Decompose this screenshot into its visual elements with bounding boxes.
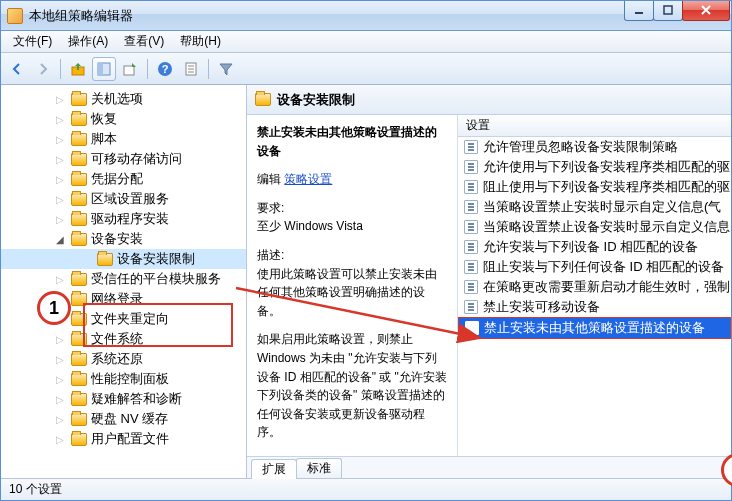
chevron-right-icon[interactable]: ▷ (55, 114, 65, 124)
toolbar: ? (1, 53, 731, 85)
requirements-value: 至少 Windows Vista (257, 217, 447, 236)
tree-item[interactable]: ▷文件夹重定向 (1, 309, 246, 329)
tree-item[interactable]: ▷区域设置服务 (1, 189, 246, 209)
list-row[interactable]: 禁止安装可移动设备 (458, 297, 731, 317)
close-button[interactable] (682, 1, 730, 21)
list-row[interactable]: 当策略设置禁止设备安装时显示自定义信息 (458, 217, 731, 237)
properties-button[interactable] (179, 57, 203, 81)
filter-button[interactable] (214, 57, 238, 81)
tree-item[interactable]: ▷硬盘 NV 缓存 (1, 409, 246, 429)
tree-item[interactable]: ▷关机选项 (1, 89, 246, 109)
chevron-right-icon[interactable]: ▷ (55, 434, 65, 444)
help-button[interactable]: ? (153, 57, 177, 81)
chevron-right-icon[interactable]: ▷ (55, 134, 65, 144)
filter-icon (218, 61, 234, 77)
chevron-right-icon[interactable]: ▷ (55, 374, 65, 384)
folder-icon (71, 93, 87, 106)
policy-list-panel: 设置 允许管理员忽略设备安装限制策略允许使用与下列设备安装程序类相匹配的驱阻止使… (457, 115, 731, 456)
maximize-button[interactable] (653, 1, 683, 21)
tree-item[interactable]: ▷驱动程序安装 (1, 209, 246, 229)
chevron-right-icon[interactable]: ▷ (55, 294, 65, 304)
list-row[interactable]: 阻止使用与下列设备安装程序类相匹配的驱 (458, 177, 731, 197)
folder-icon (71, 213, 87, 226)
show-hide-tree-button[interactable] (92, 57, 116, 81)
detail-panel: 设备安装限制 禁止安装未由其他策略设置描述的设备 编辑 策略设置 要求: 至少 … (247, 85, 731, 478)
svg-text:?: ? (162, 63, 169, 75)
folder-icon (71, 193, 87, 206)
chevron-right-icon[interactable]: ▷ (55, 394, 65, 404)
edit-label: 编辑 (257, 172, 281, 186)
list-row[interactable]: 阻止安装与下列任何设备 ID 相匹配的设备 (458, 257, 731, 277)
chevron-right-icon[interactable]: ▷ (55, 354, 65, 364)
minimize-icon (634, 5, 644, 15)
title-bar: 本地组策略编辑器 (1, 1, 731, 31)
edit-policy-link[interactable]: 策略设置 (284, 172, 332, 186)
chevron-down-icon[interactable]: ◢ (55, 234, 65, 244)
tree-item[interactable]: ▷网络登录 (1, 289, 246, 309)
help-icon: ? (157, 61, 173, 77)
chevron-right-icon[interactable]: ▷ (55, 94, 65, 104)
menu-action[interactable]: 操作(A) (60, 31, 116, 52)
list-body[interactable]: 允许管理员忽略设备安装限制策略允许使用与下列设备安装程序类相匹配的驱阻止使用与下… (458, 137, 731, 456)
tree-item[interactable]: ◢设备安装 (1, 229, 246, 249)
tree-item-label: 硬盘 NV 缓存 (91, 410, 168, 428)
folder-icon (71, 293, 87, 306)
tree-item[interactable]: ▷可移动存储访问 (1, 149, 246, 169)
folder-icon (255, 93, 271, 106)
tab-extended[interactable]: 扩展 (251, 459, 297, 479)
forward-button[interactable] (31, 57, 55, 81)
status-bar: 10 个设置 (1, 478, 731, 500)
chevron-right-icon[interactable]: ▷ (55, 194, 65, 204)
list-row[interactable]: 允许管理员忽略设备安装限制策略 (458, 137, 731, 157)
tree-item[interactable]: ▷凭据分配 (1, 169, 246, 189)
list-row[interactable]: 在策略更改需要重新启动才能生效时，强制 (458, 277, 731, 297)
folder-icon (71, 393, 87, 406)
menu-view[interactable]: 查看(V) (116, 31, 172, 52)
list-row-label: 禁止安装可移动设备 (483, 298, 600, 316)
svg-rect-4 (98, 63, 103, 75)
up-button[interactable] (66, 57, 90, 81)
tree-item[interactable]: ▷性能控制面板 (1, 369, 246, 389)
list-row[interactable]: 允许使用与下列设备安装程序类相匹配的驱 (458, 157, 731, 177)
tree-item[interactable]: ▷恢复 (1, 109, 246, 129)
svg-rect-5 (124, 66, 134, 75)
chevron-right-icon[interactable]: ▷ (55, 334, 65, 344)
tab-standard[interactable]: 标准 (296, 458, 342, 478)
tree: ▷关机选项▷恢复▷脚本▷可移动存储访问▷凭据分配▷区域设置服务▷驱动程序安装◢设… (1, 85, 246, 453)
tree-panel[interactable]: ▷关机选项▷恢复▷脚本▷可移动存储访问▷凭据分配▷区域设置服务▷驱动程序安装◢设… (1, 85, 247, 478)
minimize-button[interactable] (624, 1, 654, 21)
description-panel: 禁止安装未由其他策略设置描述的设备 编辑 策略设置 要求: 至少 Windows… (247, 115, 457, 456)
list-row-label: 允许使用与下列设备安装程序类相匹配的驱 (483, 158, 730, 176)
chevron-right-icon[interactable]: ▷ (55, 414, 65, 424)
tree-item[interactable]: ▷受信任的平台模块服务 (1, 269, 246, 289)
menu-help[interactable]: 帮助(H) (172, 31, 229, 52)
list-row-label: 阻止安装与下列任何设备 ID 相匹配的设备 (483, 258, 724, 276)
tree-item[interactable]: ▷用户配置文件 (1, 429, 246, 449)
chevron-right-icon[interactable]: ▷ (55, 314, 65, 324)
export-button[interactable] (118, 57, 142, 81)
chevron-right-icon[interactable]: ▷ (55, 214, 65, 224)
tree-item-label: 疑难解答和诊断 (91, 390, 182, 408)
menu-file[interactable]: 文件(F) (5, 31, 60, 52)
tree-item[interactable]: ▷系统还原 (1, 349, 246, 369)
list-row[interactable]: 当策略设置禁止安装时显示自定义信息(气 (458, 197, 731, 217)
tree-item[interactable]: ▷文件系统 (1, 329, 246, 349)
policy-icon (464, 260, 478, 274)
list-row[interactable]: 允许安装与下列设备 ID 相匹配的设备 (458, 237, 731, 257)
list-row[interactable]: 禁止安装未由其他策略设置描述的设备 (458, 317, 731, 339)
chevron-right-icon[interactable]: ▷ (55, 154, 65, 164)
back-button[interactable] (5, 57, 29, 81)
chevron-right-icon[interactable]: ▷ (55, 174, 65, 184)
toolbar-separator (208, 59, 209, 79)
chevron-right-icon[interactable]: ▷ (55, 274, 65, 284)
tree-item[interactable]: ▷脚本 (1, 129, 246, 149)
toolbar-separator (147, 59, 148, 79)
svg-rect-1 (664, 6, 672, 14)
description-body-2: 如果启用此策略设置，则禁止 Windows 为未由 "允许安装与下列设备 ID … (257, 330, 447, 442)
chevron-right-icon[interactable] (81, 254, 91, 264)
list-column-header[interactable]: 设置 (458, 115, 731, 137)
tree-item[interactable]: 设备安装限制 (1, 249, 246, 269)
policy-name: 禁止安装未由其他策略设置描述的设备 (257, 123, 447, 160)
tree-item-label: 用户配置文件 (91, 430, 169, 448)
tree-item[interactable]: ▷疑难解答和诊断 (1, 389, 246, 409)
